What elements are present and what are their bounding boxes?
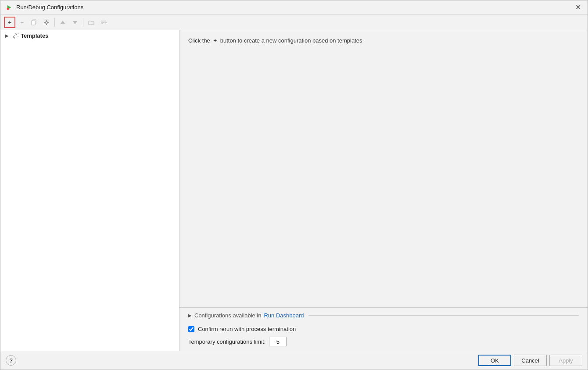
add-button[interactable]: + (4, 17, 15, 28)
sort-button[interactable] (98, 17, 109, 28)
move-up-button[interactable] (57, 17, 68, 28)
title-bar-left: Run/Debug Configurations (6, 4, 83, 11)
svg-marker-6 (73, 21, 77, 24)
cancel-button[interactable]: Cancel (514, 355, 547, 366)
run-debug-icon (6, 4, 13, 11)
settings-button[interactable] (41, 17, 52, 28)
templates-arrow: ▶ (4, 33, 10, 38)
templates-label: Templates (21, 32, 48, 39)
templates-tree-item[interactable]: ▶ Templates (0, 30, 179, 41)
confirm-rerun-checkbox[interactable] (188, 326, 194, 332)
run-debug-configurations-dialog: Run/Debug Configurations ✕ + − (0, 0, 588, 370)
svg-point-4 (46, 21, 47, 23)
confirm-rerun-row: Confirm rerun with process termination (188, 326, 579, 332)
toolbar: + − (0, 14, 588, 30)
separator-1 (54, 18, 55, 27)
svg-point-10 (16, 34, 17, 35)
run-dashboard-arrow: ▶ (188, 313, 192, 318)
title-bar: Run/Debug Configurations ✕ (0, 0, 588, 14)
folder-button[interactable] (86, 17, 97, 28)
separator-2 (83, 18, 83, 27)
svg-rect-3 (32, 21, 35, 25)
wrench-icon (12, 32, 19, 39)
close-button[interactable]: ✕ (574, 3, 582, 12)
hint-area: Click the + button to create a new confi… (179, 30, 588, 44)
run-dashboard-label: Configurations available in (194, 312, 261, 319)
right-panel: Click the + button to create a new confi… (179, 30, 588, 351)
bottom-section: ▶ Configurations available in Run Dashbo… (179, 307, 588, 351)
svg-marker-5 (61, 21, 65, 24)
hint-text-before: Click the (188, 37, 210, 44)
ok-button[interactable]: OK (478, 355, 511, 366)
move-down-button[interactable] (69, 17, 81, 28)
copy-button[interactable] (29, 17, 40, 28)
dialog-title: Run/Debug Configurations (16, 4, 83, 11)
dialog-footer: ? OK Cancel Apply (0, 351, 588, 370)
left-panel: ▶ Templates (0, 30, 179, 351)
hint-plus-icon: + (213, 37, 217, 44)
limit-label: Temporary configurations limit: (188, 338, 265, 345)
apply-button[interactable]: Apply (549, 355, 582, 366)
hint-text-after: button to create a new configuration bas… (220, 37, 362, 44)
limit-input[interactable] (269, 337, 287, 346)
run-dashboard-section: ▶ Configurations available in Run Dashbo… (188, 312, 579, 320)
temp-config-limit-row: Temporary configurations limit: (188, 337, 579, 346)
help-button[interactable]: ? (6, 355, 16, 366)
run-dashboard-divider (308, 315, 579, 316)
confirm-rerun-label[interactable]: Confirm rerun with process termination (198, 326, 296, 332)
main-area: ▶ Templates Click the + button to create… (0, 30, 588, 351)
svg-rect-1 (7, 7, 9, 9)
content-area (179, 44, 588, 307)
remove-button[interactable]: − (16, 17, 28, 28)
run-dashboard-link[interactable]: Run Dashboard (264, 312, 304, 319)
